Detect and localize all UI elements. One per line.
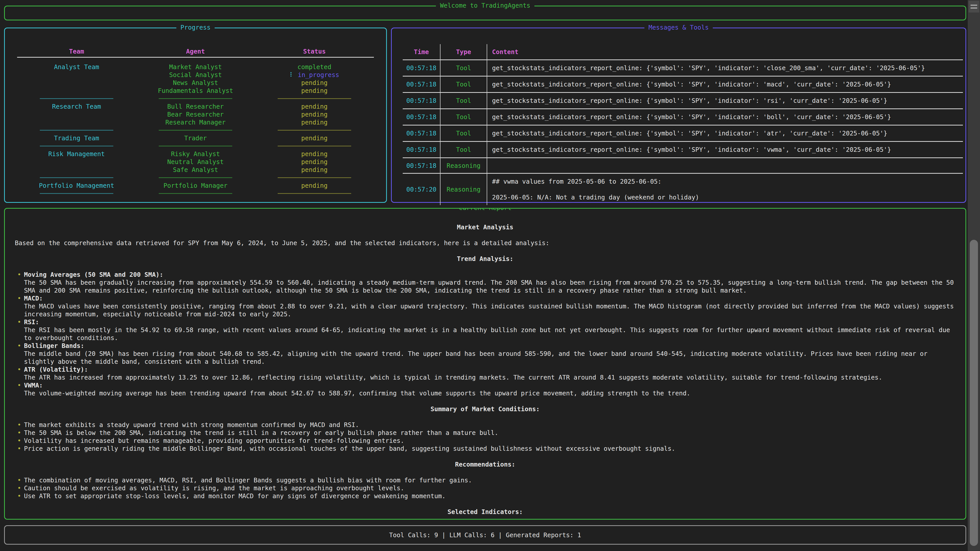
section-heading: Trend Analysis: — [15, 255, 956, 263]
separator-line — [40, 130, 114, 130]
report-bullet: The market exhibits a steady upward tren… — [15, 421, 956, 429]
agent-cell: Bear Researcher — [136, 110, 255, 118]
progress-row: Safe Analystpending — [17, 166, 374, 174]
report-bullet: VWMA:The volume-weighted moving average … — [15, 381, 956, 397]
message-row: 00:57:18Toolget_stockstats_indicators_re… — [403, 108, 963, 125]
bullet-body: Use ATR to set appropriate stop-loss lev… — [24, 492, 445, 500]
time-cell: 00:57:18 — [403, 158, 441, 173]
status-cell: ⠇in_progress — [255, 71, 374, 79]
status-cell: pending — [255, 110, 374, 118]
report-bullet: Volatility has increased but remains man… — [15, 437, 956, 445]
bullet-title: Bollinger Bands: — [24, 342, 956, 350]
progress-row: Social Analyst⠇in_progress — [17, 71, 374, 79]
separator-line — [40, 98, 114, 99]
report-bullet: The combination of moving averages, MACD… — [15, 476, 956, 484]
report-bullet: Bollinger Bands:The middle band (20 SMA)… — [15, 342, 956, 365]
welcome-panel: Welcome to TradingAgents — [4, 6, 966, 21]
content-cell: get_stockstats_indicators_report_online:… — [487, 142, 963, 157]
content-cell: get_stockstats_indicators_report_online:… — [487, 60, 963, 76]
agent-cell: Market Analyst — [136, 63, 255, 71]
status-cell: pending — [255, 166, 374, 174]
progress-row: Risk ManagementRisky Analystpending — [17, 150, 374, 158]
separator-line — [159, 98, 232, 99]
menu-icon[interactable] — [969, 1, 979, 13]
bullet-title: ATR (Volatility): — [24, 365, 956, 373]
message-row: 00:57:18Toolget_stockstats_indicators_re… — [403, 59, 963, 76]
bullet-body: Price action is generally riding the mid… — [24, 445, 675, 452]
messages-col-header-type: Type — [441, 44, 487, 59]
section-heading: Selected Indicators: — [15, 508, 956, 516]
team-cell — [17, 87, 136, 95]
separator-line — [159, 146, 232, 146]
team-cell: Research Team — [17, 103, 136, 110]
agent-cell: Safe Analyst — [136, 166, 255, 174]
agent-cell: Fundamentals Analyst — [136, 87, 255, 95]
status-badge: pending — [301, 166, 328, 173]
status-badge: pending — [301, 111, 328, 118]
bullet-list: The market exhibits a steady upward tren… — [15, 421, 956, 453]
time-cell: 00:57:18 — [403, 60, 441, 76]
message-row: 00:57:18Toolget_stockstats_indicators_re… — [403, 92, 963, 108]
agent-cell: Social Analyst — [136, 71, 255, 79]
agent-cell: News Analyst — [136, 79, 255, 87]
status-badge: pending — [301, 119, 328, 126]
bullet-title: MACD: — [24, 294, 956, 302]
group-separator — [17, 95, 374, 103]
status-badge: completed — [298, 63, 331, 71]
report-panel-title: Current Report — [455, 208, 516, 212]
status-cell: pending — [255, 87, 374, 95]
scrollbar-thumb[interactable] — [970, 240, 978, 546]
report-body: Market Analysis Based on the comprehensi… — [5, 209, 966, 516]
agent-cell: Bull Researcher — [136, 103, 255, 110]
bullet-title: RSI: — [24, 318, 956, 326]
separator-line — [278, 177, 352, 178]
messages-table-body: 00:57:18Toolget_stockstats_indicators_re… — [403, 59, 963, 205]
agent-cell: Research Manager — [136, 118, 255, 126]
bullet-body: Volatility has increased but remains man… — [24, 437, 404, 445]
content-cell: get_stockstats_indicators_report_online:… — [487, 93, 963, 108]
report-bullet: Price action is generally riding the mid… — [15, 445, 956, 453]
message-row: 00:57:18Toolget_stockstats_indicators_re… — [403, 125, 963, 141]
progress-row: News Analystpending — [17, 79, 374, 87]
status-badge: pending — [301, 150, 328, 158]
message-row: 00:57:20Reasoning## vwma values from 202… — [403, 173, 963, 205]
welcome-title: Welcome to TradingAgents — [436, 2, 535, 10]
message-row: 00:57:18Reasoning — [403, 157, 963, 173]
status-badge: pending — [301, 103, 328, 110]
type-cell: Reasoning — [441, 158, 487, 173]
messages-table-header: Time Type Content — [403, 44, 963, 59]
team-cell — [17, 118, 136, 126]
progress-row: Fundamentals Analystpending — [17, 87, 374, 95]
team-cell — [17, 79, 136, 87]
bullet-list: The combination of moving averages, MACD… — [15, 476, 956, 500]
progress-table: Team Agent Status Analyst TeamMarket Ana… — [17, 48, 374, 197]
agent-cell: Risky Analyst — [136, 150, 255, 158]
bullet-body: Caution should be exercised as volatilit… — [24, 484, 404, 492]
team-cell — [17, 158, 136, 166]
bullet-body: The market exhibits a steady upward tren… — [24, 421, 359, 429]
agent-cell: Portfolio Manager — [136, 182, 255, 189]
messages-col-header-time: Time — [403, 44, 441, 59]
message-row: 00:57:18Toolget_stockstats_indicators_re… — [403, 76, 963, 92]
progress-row: Analyst TeamMarket Analystcompleted — [17, 63, 374, 71]
message-row: 00:57:18Toolget_stockstats_indicators_re… — [403, 141, 963, 157]
bullet-body: The RSI has been mostly in the 54.92 to … — [24, 326, 950, 341]
status-badge: pending — [301, 182, 328, 189]
bullet-body: The middle band (20 SMA) has been rising… — [24, 350, 928, 365]
type-cell: Tool — [441, 125, 487, 141]
progress-panel: Progress Team Agent Status Analyst TeamM… — [4, 27, 387, 203]
status-badge: pending — [301, 135, 328, 142]
progress-row: Portfolio ManagementPortfolio Managerpen… — [17, 182, 374, 189]
status-cell: pending — [255, 150, 374, 158]
separator-line — [40, 193, 114, 194]
report-main-heading: Market Analysis — [15, 223, 956, 231]
messages-col-header-content: Content — [487, 44, 963, 59]
group-separator — [17, 174, 374, 182]
time-cell: 00:57:18 — [403, 142, 441, 157]
progress-col-header-team: Team — [17, 48, 136, 56]
agent-cell: Trader — [136, 134, 255, 142]
scrollbar-track[interactable] — [968, 0, 980, 551]
progress-header-separator — [17, 57, 374, 58]
bullet-title: Moving Averages (50 SMA and 200 SMA): — [24, 271, 956, 279]
agent-cell: Neutral Analyst — [136, 158, 255, 166]
